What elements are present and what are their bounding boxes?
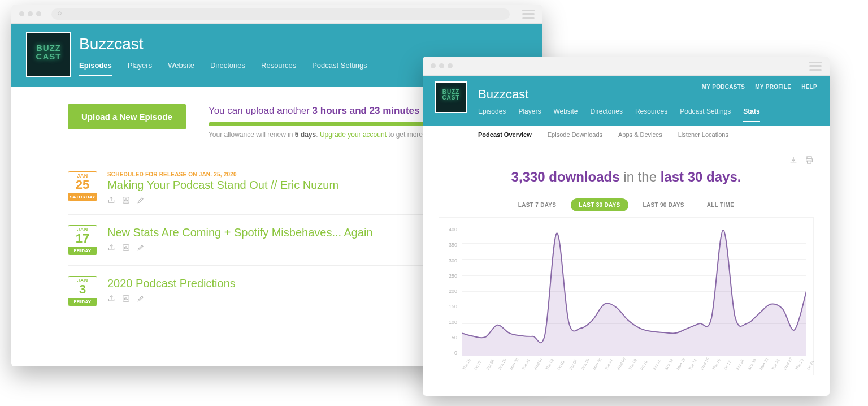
window-max-dot[interactable]: [36, 11, 41, 16]
headline-range: last 30 days.: [661, 169, 741, 184]
tab-players[interactable]: Players: [128, 61, 152, 76]
downloads-count: 3,330 downloads: [511, 169, 620, 184]
podcast-cover[interactable]: BUZZ CAST: [26, 32, 71, 77]
headline-mid: in the: [620, 169, 661, 184]
date-weekday: FRIDAY: [68, 298, 97, 305]
scheduled-label: SCHEDULED FOR RELEASE ON JAN. 25, 2020: [107, 171, 453, 178]
stats-subtabs: Podcast Overview Episode Downloads Apps …: [423, 126, 830, 144]
x-tick: Sat 28: [485, 369, 489, 371]
edit-icon[interactable]: [137, 244, 145, 252]
window-close-dot[interactable]: [19, 11, 24, 16]
stats-icon[interactable]: [122, 196, 130, 204]
x-tick: Thu 26: [462, 369, 465, 371]
range-30d[interactable]: LAST 30 DAYS: [571, 198, 628, 211]
date-day: 17: [68, 232, 97, 247]
subtab-locations[interactable]: Listener Locations: [678, 131, 728, 138]
chart-plot-area: [462, 227, 806, 356]
x-tick: Fri 03: [557, 369, 560, 371]
subtab-episode-downloads[interactable]: Episode Downloads: [548, 131, 602, 138]
window-min-dot[interactable]: [28, 11, 33, 16]
window-close-dot[interactable]: [431, 63, 436, 68]
podcast-title: Buzzcast: [478, 87, 816, 102]
tab-website[interactable]: Website: [553, 107, 578, 122]
window-max-dot[interactable]: [448, 63, 453, 68]
cover-text: BUZZ CAST: [27, 44, 70, 61]
address-bar[interactable]: [51, 8, 510, 20]
edit-icon[interactable]: [137, 295, 145, 303]
x-tick: Wed 22: [783, 369, 786, 371]
download-icon[interactable]: [789, 156, 798, 165]
print-icon[interactable]: [805, 156, 814, 165]
x-tick: Fri 17: [723, 369, 727, 371]
podcast-cover[interactable]: BUZZ CAST: [435, 81, 467, 113]
tab-episodes[interactable]: Episodes: [79, 61, 112, 76]
edit-icon[interactable]: [137, 196, 145, 204]
stats-body: 3,330 downloads in the last 30 days. LAS…: [423, 144, 830, 387]
window-min-dot[interactable]: [439, 63, 444, 68]
tab-stats[interactable]: Stats: [743, 107, 760, 122]
y-tick: 50: [442, 335, 457, 340]
tab-directories[interactable]: Directories: [210, 61, 245, 76]
episode-title[interactable]: New Stats Are Coming + Spotify Misbehave…: [107, 226, 453, 239]
upload-episode-button[interactable]: Upload a New Episode: [68, 104, 186, 129]
range-90d[interactable]: LAST 90 DAYS: [635, 198, 692, 211]
stats-icon[interactable]: [122, 295, 130, 303]
y-axis: 400350300250200150100500: [442, 227, 457, 356]
hamburger-icon[interactable]: [522, 10, 535, 19]
x-tick: Mon 30: [509, 369, 513, 371]
stats-window: MY PODCASTS MY PROFILE HELP BUZZ CAST Bu…: [423, 57, 830, 396]
tab-settings[interactable]: Podcast Settings: [680, 107, 731, 122]
hamburger-icon[interactable]: [809, 62, 822, 71]
renew-prefix: Your allowance will renew in: [209, 131, 295, 139]
tab-episodes[interactable]: Episodes: [478, 107, 506, 122]
share-icon[interactable]: [107, 196, 115, 204]
range-all[interactable]: ALL TIME: [699, 198, 742, 211]
episode-title[interactable]: 2020 Podcast Predictions: [107, 277, 453, 290]
tab-settings[interactable]: Podcast Settings: [312, 61, 367, 76]
date-day: 3: [68, 283, 97, 298]
y-tick: 100: [442, 319, 457, 325]
range-tabs: LAST 7 DAYS LAST 30 DAYS LAST 90 DAYS AL…: [439, 198, 814, 211]
episode-actions: [107, 244, 453, 252]
stats-icon[interactable]: [122, 244, 130, 252]
tab-resources[interactable]: Resources: [635, 107, 667, 122]
x-tick: Tue 14: [688, 369, 691, 371]
x-tick: Wed 15: [700, 369, 703, 371]
cover-text: BUZZ CAST: [436, 89, 466, 101]
x-tick: Sun 19: [747, 369, 750, 371]
main-tabs: Episodes Players Website Directories Res…: [478, 107, 816, 122]
y-tick: 0: [442, 350, 457, 356]
x-tick: Thu 16: [711, 369, 715, 371]
x-tick: Mon 13: [676, 369, 679, 371]
tab-website[interactable]: Website: [168, 61, 194, 76]
x-tick: Thu 23: [795, 369, 798, 371]
x-tick: Sat 04: [568, 369, 572, 371]
y-tick: 250: [442, 273, 457, 279]
x-tick: Sat 18: [735, 369, 739, 371]
share-icon[interactable]: [107, 295, 115, 303]
x-tick: Thu 02: [545, 369, 548, 371]
downloads-chart: 400350300250200150100500 Thu 26Fri 27Sat…: [439, 217, 814, 375]
x-tick: Sun 12: [664, 369, 667, 371]
x-tick: Fri 10: [640, 369, 643, 371]
episode-date-badge: JAN 25 SATURDAY: [68, 171, 97, 201]
range-7d[interactable]: LAST 7 DAYS: [510, 198, 564, 211]
search-icon: [57, 11, 63, 17]
episode-title[interactable]: Making Your Podcast Stand Out // Eric Nu…: [107, 179, 453, 192]
y-tick: 350: [442, 242, 457, 248]
share-icon[interactable]: [107, 244, 115, 252]
tab-resources[interactable]: Resources: [261, 61, 296, 76]
upgrade-link[interactable]: Upgrade your account: [320, 131, 387, 139]
tab-players[interactable]: Players: [518, 107, 541, 122]
x-axis: Thu 26Fri 27Sat 28Sun 29Mon 30Tue 31Wed …: [462, 369, 806, 373]
subtab-apps[interactable]: Apps & Devices: [618, 131, 662, 138]
x-tick: Tue 31: [521, 369, 524, 371]
window-controls: [431, 63, 453, 68]
x-tick: Sun 29: [497, 369, 501, 371]
renew-sep: .: [316, 131, 320, 139]
tab-directories[interactable]: Directories: [591, 107, 623, 122]
allowance-amount: 3 hours and 23 minutes: [313, 105, 420, 116]
x-tick: Mon 06: [592, 369, 596, 371]
episode-date-badge: JAN 3 FRIDAY: [68, 276, 97, 306]
subtab-overview[interactable]: Podcast Overview: [478, 131, 532, 138]
